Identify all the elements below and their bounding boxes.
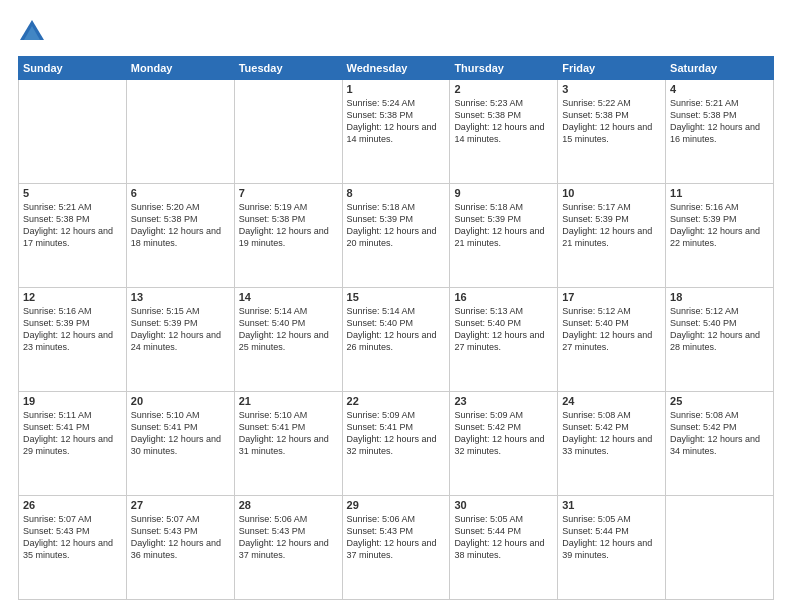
day-number: 5 [23, 187, 122, 199]
week-row-3: 19Sunrise: 5:11 AM Sunset: 5:41 PM Dayli… [19, 392, 774, 496]
day-number: 14 [239, 291, 338, 303]
col-saturday: Saturday [666, 57, 774, 80]
page: Sunday Monday Tuesday Wednesday Thursday… [0, 0, 792, 612]
day-number: 13 [131, 291, 230, 303]
day-info: Sunrise: 5:14 AM Sunset: 5:40 PM Dayligh… [347, 305, 446, 354]
day-cell: 21Sunrise: 5:10 AM Sunset: 5:41 PM Dayli… [234, 392, 342, 496]
day-cell: 23Sunrise: 5:09 AM Sunset: 5:42 PM Dayli… [450, 392, 558, 496]
day-info: Sunrise: 5:16 AM Sunset: 5:39 PM Dayligh… [670, 201, 769, 250]
day-cell: 12Sunrise: 5:16 AM Sunset: 5:39 PM Dayli… [19, 288, 127, 392]
day-cell: 3Sunrise: 5:22 AM Sunset: 5:38 PM Daylig… [558, 80, 666, 184]
day-number: 1 [347, 83, 446, 95]
day-info: Sunrise: 5:23 AM Sunset: 5:38 PM Dayligh… [454, 97, 553, 146]
day-number: 21 [239, 395, 338, 407]
day-info: Sunrise: 5:07 AM Sunset: 5:43 PM Dayligh… [131, 513, 230, 562]
day-number: 8 [347, 187, 446, 199]
col-tuesday: Tuesday [234, 57, 342, 80]
day-info: Sunrise: 5:09 AM Sunset: 5:42 PM Dayligh… [454, 409, 553, 458]
day-info: Sunrise: 5:07 AM Sunset: 5:43 PM Dayligh… [23, 513, 122, 562]
day-cell: 24Sunrise: 5:08 AM Sunset: 5:42 PM Dayli… [558, 392, 666, 496]
day-info: Sunrise: 5:06 AM Sunset: 5:43 PM Dayligh… [239, 513, 338, 562]
day-cell: 18Sunrise: 5:12 AM Sunset: 5:40 PM Dayli… [666, 288, 774, 392]
day-info: Sunrise: 5:18 AM Sunset: 5:39 PM Dayligh… [454, 201, 553, 250]
day-info: Sunrise: 5:18 AM Sunset: 5:39 PM Dayligh… [347, 201, 446, 250]
day-cell: 20Sunrise: 5:10 AM Sunset: 5:41 PM Dayli… [126, 392, 234, 496]
day-cell: 4Sunrise: 5:21 AM Sunset: 5:38 PM Daylig… [666, 80, 774, 184]
col-friday: Friday [558, 57, 666, 80]
day-info: Sunrise: 5:14 AM Sunset: 5:40 PM Dayligh… [239, 305, 338, 354]
day-number: 31 [562, 499, 661, 511]
day-info: Sunrise: 5:05 AM Sunset: 5:44 PM Dayligh… [454, 513, 553, 562]
day-cell: 7Sunrise: 5:19 AM Sunset: 5:38 PM Daylig… [234, 184, 342, 288]
day-cell: 9Sunrise: 5:18 AM Sunset: 5:39 PM Daylig… [450, 184, 558, 288]
day-number: 28 [239, 499, 338, 511]
day-info: Sunrise: 5:06 AM Sunset: 5:43 PM Dayligh… [347, 513, 446, 562]
day-info: Sunrise: 5:20 AM Sunset: 5:38 PM Dayligh… [131, 201, 230, 250]
day-number: 17 [562, 291, 661, 303]
col-wednesday: Wednesday [342, 57, 450, 80]
day-cell: 5Sunrise: 5:21 AM Sunset: 5:38 PM Daylig… [19, 184, 127, 288]
day-cell: 11Sunrise: 5:16 AM Sunset: 5:39 PM Dayli… [666, 184, 774, 288]
day-number: 16 [454, 291, 553, 303]
logo-icon [18, 18, 46, 46]
day-cell [234, 80, 342, 184]
day-number: 11 [670, 187, 769, 199]
day-number: 27 [131, 499, 230, 511]
day-cell: 16Sunrise: 5:13 AM Sunset: 5:40 PM Dayli… [450, 288, 558, 392]
day-info: Sunrise: 5:24 AM Sunset: 5:38 PM Dayligh… [347, 97, 446, 146]
day-info: Sunrise: 5:17 AM Sunset: 5:39 PM Dayligh… [562, 201, 661, 250]
day-info: Sunrise: 5:13 AM Sunset: 5:40 PM Dayligh… [454, 305, 553, 354]
day-cell: 22Sunrise: 5:09 AM Sunset: 5:41 PM Dayli… [342, 392, 450, 496]
logo [18, 18, 50, 46]
day-cell: 30Sunrise: 5:05 AM Sunset: 5:44 PM Dayli… [450, 496, 558, 600]
col-monday: Monday [126, 57, 234, 80]
day-cell: 27Sunrise: 5:07 AM Sunset: 5:43 PM Dayli… [126, 496, 234, 600]
day-cell [666, 496, 774, 600]
day-number: 24 [562, 395, 661, 407]
day-cell: 10Sunrise: 5:17 AM Sunset: 5:39 PM Dayli… [558, 184, 666, 288]
day-cell: 1Sunrise: 5:24 AM Sunset: 5:38 PM Daylig… [342, 80, 450, 184]
day-info: Sunrise: 5:15 AM Sunset: 5:39 PM Dayligh… [131, 305, 230, 354]
day-number: 20 [131, 395, 230, 407]
week-row-2: 12Sunrise: 5:16 AM Sunset: 5:39 PM Dayli… [19, 288, 774, 392]
day-number: 2 [454, 83, 553, 95]
day-number: 23 [454, 395, 553, 407]
header [18, 18, 774, 46]
col-thursday: Thursday [450, 57, 558, 80]
day-number: 25 [670, 395, 769, 407]
day-number: 22 [347, 395, 446, 407]
day-cell: 15Sunrise: 5:14 AM Sunset: 5:40 PM Dayli… [342, 288, 450, 392]
day-cell: 25Sunrise: 5:08 AM Sunset: 5:42 PM Dayli… [666, 392, 774, 496]
day-info: Sunrise: 5:22 AM Sunset: 5:38 PM Dayligh… [562, 97, 661, 146]
day-info: Sunrise: 5:05 AM Sunset: 5:44 PM Dayligh… [562, 513, 661, 562]
day-cell: 8Sunrise: 5:18 AM Sunset: 5:39 PM Daylig… [342, 184, 450, 288]
day-number: 19 [23, 395, 122, 407]
day-info: Sunrise: 5:12 AM Sunset: 5:40 PM Dayligh… [562, 305, 661, 354]
day-info: Sunrise: 5:11 AM Sunset: 5:41 PM Dayligh… [23, 409, 122, 458]
col-sunday: Sunday [19, 57, 127, 80]
day-info: Sunrise: 5:21 AM Sunset: 5:38 PM Dayligh… [670, 97, 769, 146]
day-info: Sunrise: 5:12 AM Sunset: 5:40 PM Dayligh… [670, 305, 769, 354]
day-cell: 28Sunrise: 5:06 AM Sunset: 5:43 PM Dayli… [234, 496, 342, 600]
week-row-1: 5Sunrise: 5:21 AM Sunset: 5:38 PM Daylig… [19, 184, 774, 288]
day-info: Sunrise: 5:10 AM Sunset: 5:41 PM Dayligh… [131, 409, 230, 458]
calendar-table: Sunday Monday Tuesday Wednesday Thursday… [18, 56, 774, 600]
day-info: Sunrise: 5:21 AM Sunset: 5:38 PM Dayligh… [23, 201, 122, 250]
day-cell: 17Sunrise: 5:12 AM Sunset: 5:40 PM Dayli… [558, 288, 666, 392]
day-cell: 6Sunrise: 5:20 AM Sunset: 5:38 PM Daylig… [126, 184, 234, 288]
day-number: 4 [670, 83, 769, 95]
day-cell: 26Sunrise: 5:07 AM Sunset: 5:43 PM Dayli… [19, 496, 127, 600]
day-number: 18 [670, 291, 769, 303]
day-number: 29 [347, 499, 446, 511]
day-number: 9 [454, 187, 553, 199]
day-cell: 29Sunrise: 5:06 AM Sunset: 5:43 PM Dayli… [342, 496, 450, 600]
day-info: Sunrise: 5:08 AM Sunset: 5:42 PM Dayligh… [670, 409, 769, 458]
day-cell: 13Sunrise: 5:15 AM Sunset: 5:39 PM Dayli… [126, 288, 234, 392]
day-info: Sunrise: 5:16 AM Sunset: 5:39 PM Dayligh… [23, 305, 122, 354]
day-info: Sunrise: 5:08 AM Sunset: 5:42 PM Dayligh… [562, 409, 661, 458]
day-info: Sunrise: 5:09 AM Sunset: 5:41 PM Dayligh… [347, 409, 446, 458]
day-number: 3 [562, 83, 661, 95]
day-number: 12 [23, 291, 122, 303]
week-row-0: 1Sunrise: 5:24 AM Sunset: 5:38 PM Daylig… [19, 80, 774, 184]
day-number: 6 [131, 187, 230, 199]
